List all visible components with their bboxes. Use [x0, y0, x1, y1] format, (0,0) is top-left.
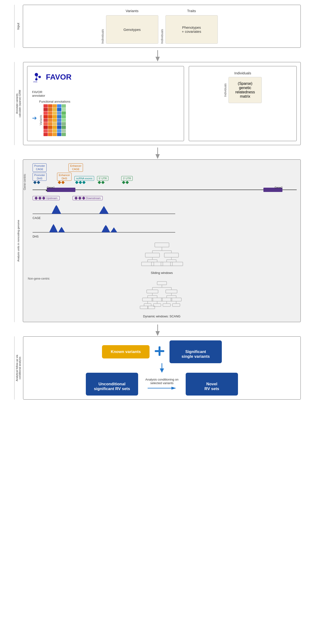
main-container: Input Variants Individuals Genotypes Tra… [0, 0, 315, 407]
favor-section-box: DNA FAVOR FAVOR annotator ➔ Functional a… [23, 62, 301, 145]
gene-centric-side-label: Gene-centric [23, 174, 26, 190]
heatmap-cell [57, 118, 61, 122]
heatmap-cell [57, 112, 61, 115]
cage-track-area: CAGE [33, 203, 297, 220]
section4-outer: Analytical follow-up via conditional ana… [14, 336, 301, 400]
svg-marker-69 [155, 331, 160, 336]
svg-rect-34 [161, 262, 172, 266]
favor-main-box: DNA FAVOR FAVOR annotator ➔ Functional a… [27, 66, 184, 141]
svg-rect-71 [155, 350, 164, 352]
upstream-label: Upstream [46, 197, 58, 200]
heatmap-cell [62, 126, 66, 129]
gene-centric-wrapper: Gene-centric Promoter CAGE Enhancer CAGE [27, 164, 297, 200]
svg-rect-37 [157, 282, 167, 285]
heatmap-cell [62, 112, 66, 115]
heatmap-cell [62, 129, 66, 132]
arrow3 [14, 324, 301, 336]
svg-marker-9 [155, 154, 160, 159]
known-variants-button[interactable]: Known variants [102, 345, 150, 358]
heatmap-cell [44, 115, 48, 118]
grm-individuals-label: Individuals [224, 84, 227, 97]
sliding-windows-label: Sliding windows [151, 271, 173, 274]
followup-box: Known variants Significant single varian… [23, 336, 301, 400]
utr3-diamond1 [122, 181, 125, 184]
dhs-label: DHS [33, 235, 297, 238]
downstream-box: Downstream [73, 196, 103, 200]
heatmap-cell [62, 118, 66, 122]
utr5-diamond1 [98, 181, 101, 184]
heatmap-cell [44, 122, 48, 126]
heatmap-cell [48, 108, 52, 111]
gene-track: Gene1 ► Gene2 [33, 185, 297, 194]
favor-annotator-label: FAVOR annotator [32, 87, 45, 98]
promoter-dhs-diamond2 [37, 181, 40, 184]
analysis-box: Gene-centric Promoter CAGE Enhancer CAGE [23, 160, 301, 322]
section3-outer: Analysis units in noncoding genome Gene-… [14, 160, 301, 322]
grm-box: (Sparse) genetic relatedness matrix [228, 77, 262, 103]
heatmap-cell [44, 129, 48, 132]
phenotypes-label: Phenotypes + covariates [182, 26, 201, 34]
enhancer-dhs-diamond1 [58, 181, 61, 184]
svg-rect-41 [147, 290, 158, 293]
scang-svg [138, 280, 186, 314]
heatmap-cell [44, 108, 48, 111]
novel-rv-button[interactable]: Novel RV sets [186, 373, 238, 396]
heatmap-grid [44, 104, 66, 136]
heatmap-cell [53, 112, 57, 115]
non-gene-centric-area: Non-gene-centric [27, 277, 297, 318]
heatmap-cell [53, 126, 57, 129]
plus-icon [154, 346, 165, 358]
followup-arrow-svg [158, 362, 165, 374]
arrow3-svg [154, 324, 161, 336]
heatmap-cell [53, 122, 57, 126]
svg-rect-18 [155, 243, 169, 247]
svg-rect-30 [151, 262, 163, 266]
heatmap-cell [57, 126, 61, 129]
individuals-label-1: Individuals [101, 15, 104, 44]
heatmap-area: Functional annotations Variants [39, 100, 70, 136]
svg-rect-67 [172, 304, 180, 306]
heatmap-cell [44, 104, 48, 108]
heatmap-cell [48, 112, 52, 115]
heatmap-cell [44, 126, 48, 129]
genotypes-box: Genotypes [106, 15, 158, 44]
svg-marker-12 [99, 206, 109, 214]
sliding-windows-area: Sliding windows [27, 242, 297, 274]
conditioning-label: Analysis conditioning on selected varian… [143, 378, 181, 385]
heatmap-cell [53, 108, 57, 111]
heatmap-grid-wrapper: Variants [39, 104, 66, 136]
heatmap-cell [48, 122, 52, 126]
input-label: Input [14, 5, 21, 48]
heatmap-cell [57, 129, 61, 132]
svg-text:DNA: DNA [33, 81, 38, 83]
svg-marker-75 [171, 387, 176, 390]
svg-rect-55 [171, 298, 181, 301]
promoter-cage-tag: Promoter CAGE [33, 164, 47, 172]
nc-rna-diamond2 [79, 181, 82, 184]
heatmap-cell [57, 104, 61, 108]
unconditional-rv-button[interactable]: Unconditional significant RV sets [86, 373, 138, 396]
heatmap-cell [57, 133, 61, 136]
blue-arrow-right-icon: ➔ [32, 115, 37, 122]
svg-point-2 [35, 73, 38, 76]
heatmap-cell [53, 133, 57, 136]
followup-row1: Known variants Significant single varian… [27, 340, 297, 363]
func-annotations-title: Functional annotations [39, 100, 70, 103]
heatmap-cell [53, 115, 57, 118]
heatmap-cell [62, 122, 66, 126]
heatmap-variants-label: Variants [39, 115, 43, 125]
tag-row-2: Promoter DHS Enhancer DHS [33, 173, 297, 184]
significant-single-variants-button[interactable]: Significant single variants [169, 340, 222, 363]
dhs-svg [33, 222, 175, 234]
heatmap-cell [48, 133, 52, 136]
non-gene-centric-label: Non-gene-centric [28, 277, 50, 280]
followup-arrow-down [27, 363, 297, 373]
individuals-box-title: Individuals [234, 71, 251, 75]
favor-right-box: Individuals Individuals (Sparse) genetic… [189, 66, 297, 141]
nc-rna-exonic-tag: ncRNA exonic [74, 176, 94, 181]
heatmap-cell [44, 112, 48, 115]
heatmap-cell [48, 115, 52, 118]
utr5-diamond2 [101, 181, 105, 184]
svg-marker-15 [58, 227, 65, 232]
svg-rect-65 [163, 304, 170, 306]
